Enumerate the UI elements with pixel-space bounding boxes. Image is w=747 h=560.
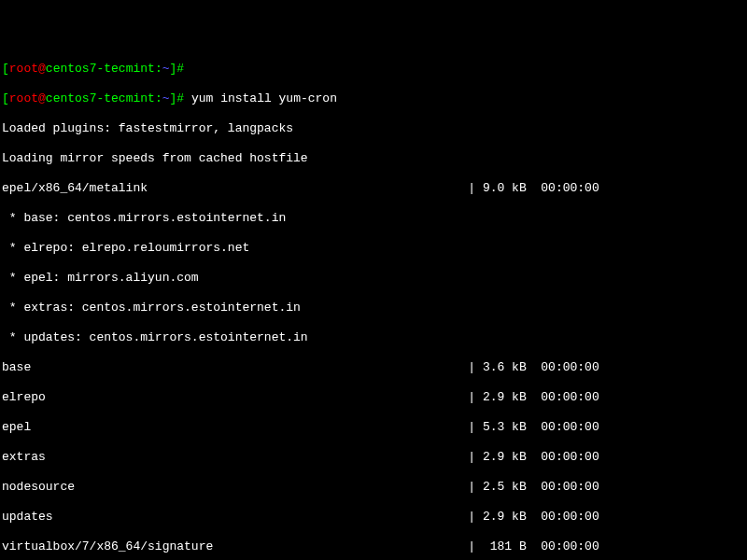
output-repo-epel: epel | 5.3 kB 00:00:00 [2, 420, 745, 435]
output-repo-extras: extras | 2.9 kB 00:00:00 [2, 450, 745, 465]
prompt-line-1[interactable]: [root@centos7-tecmint:~]# [2, 62, 745, 77]
command-input-2: yum install yum-cron [184, 91, 337, 105]
prompt-line-2[interactable]: [root@centos7-tecmint:~]# yum install yu… [2, 91, 745, 106]
output-loading: Loading mirror speeds from cached hostfi… [2, 151, 745, 166]
output-mirror-epel: * epel: mirrors.aliyun.com [2, 271, 745, 286]
output-plugins: Loaded plugins: fastestmirror, langpacks [2, 121, 745, 136]
output-metalink: epel/x86_64/metalink | 9.0 kB 00:00:00 [2, 181, 745, 196]
output-repo-nodesource: nodesource | 2.5 kB 00:00:00 [2, 480, 745, 495]
output-repo-base: base | 3.6 kB 00:00:00 [2, 360, 745, 375]
output-repo-updates: updates | 2.9 kB 00:00:00 [2, 510, 745, 525]
output-repo-elrepo: elrepo | 2.9 kB 00:00:00 [2, 390, 745, 405]
output-mirror-extras: * extras: centos.mirrors.estointernet.in [2, 301, 745, 315]
output-repo-virtualbox-sig1: virtualbox/7/x86_64/signature | 181 B 00… [2, 539, 745, 554]
output-mirror-base: * base: centos.mirrors.estointernet.in [2, 211, 745, 226]
output-mirror-elrepo: * elrepo: elrepo.reloumirrors.net [2, 241, 745, 256]
output-mirror-updates: * updates: centos.mirrors.estointernet.i… [2, 330, 745, 345]
